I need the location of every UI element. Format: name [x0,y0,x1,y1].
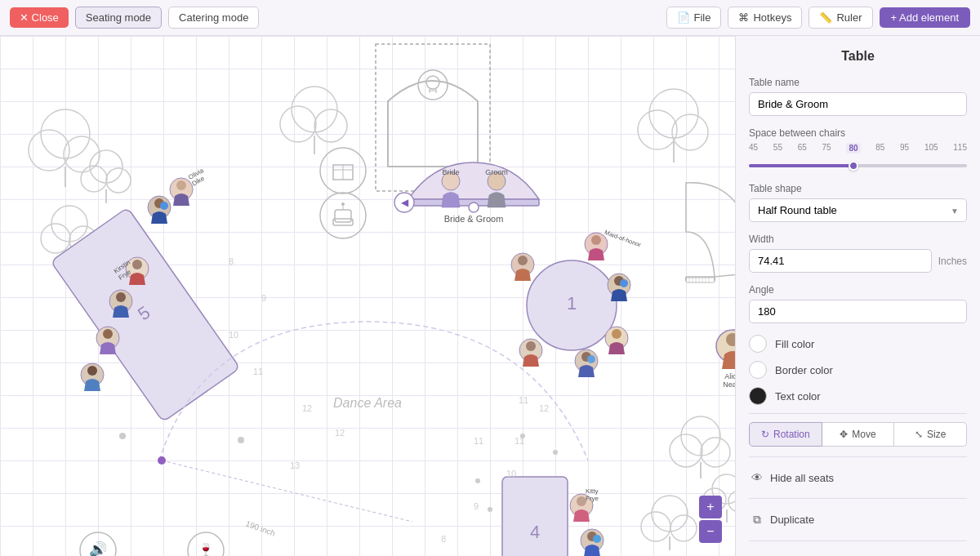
table-5[interactable]: 5 [51,207,240,422]
angle-input[interactable] [749,300,967,323]
svg-point-147 [238,437,244,443]
table-4[interactable]: 4 [502,477,568,556]
table-name-input[interactable] [749,92,967,116]
svg-point-33 [418,70,448,100]
cake [320,193,366,238]
space-label: Space between chairs [749,127,967,139]
table-name-group: Table name [749,77,967,116]
person-jonty [581,529,604,556]
add-element-button[interactable]: + Add element [880,7,970,28]
shape-select[interactable]: Half Round table Round table Rectangular… [749,198,967,222]
speaker-left: 🔊 [80,532,116,556]
table-name-label: Table name [749,77,967,88]
hide-seats-label: Hide all seats [770,472,834,484]
slider-label-55: 55 [773,143,782,153]
close-button[interactable]: ✕ Close [10,7,69,28]
svg-point-0 [41,109,90,158]
ruler-icon: 📏 [819,11,832,24]
piano [686,183,735,282]
person-kii [605,327,628,354]
svg-point-17 [638,110,677,149]
eye-icon: 👁 [749,471,765,484]
svg-text:Maid-of-honor: Maid-of-honor [604,229,642,249]
person-carr [575,349,598,377]
person-johanna [511,253,534,281]
canvas-area[interactable]: ◀ Bride Groom Bride & Groom 5 Olivia [0,36,735,556]
svg-rect-95 [686,278,715,282]
svg-point-144 [553,450,558,455]
svg-text:Kitty: Kitty [586,487,599,495]
zoom-out-button[interactable]: − [699,520,722,543]
svg-text:🍷: 🍷 [198,542,214,556]
catering-mode-button[interactable]: Catering mode [168,7,259,29]
toolbar-right: 📄 File ⌘ Hotkeys 📏 Ruler + Add element [666,7,970,29]
border-color-swatch[interactable] [749,361,767,379]
svg-text:11: 11 [474,436,483,446]
svg-point-148 [119,433,126,439]
tree-right-2 [670,416,730,478]
slider-label-105: 105 [924,143,938,153]
toolbar: ✕ Close Seating mode Catering mode 📄 Fil… [0,0,980,36]
shape-label: Table shape [749,183,967,194]
svg-point-16 [649,89,698,138]
tree-top-1 [280,87,347,154]
tree-3 [81,150,131,203]
svg-point-21 [670,434,702,467]
person-olivia: Olivia Dike [170,167,206,206]
svg-point-84 [620,279,628,287]
svg-text:10: 10 [229,330,238,340]
svg-point-70 [116,292,126,302]
svg-point-29 [641,512,670,541]
svg-point-66 [132,260,142,269]
svg-text:1: 1 [567,293,577,314]
zoom-controls: + − [699,496,722,543]
hide-seats-row[interactable]: 👁 Hide all seats [749,465,967,490]
angle-label: Angle [749,284,967,296]
rotation-tool-button[interactable]: ↻ Rotation [749,422,822,447]
svg-text:190 inch: 190 inch [244,519,276,538]
svg-text:◀: ◀ [401,197,409,208]
divider-3 [749,498,967,499]
delete-row[interactable]: 🗑 Delete [749,549,967,556]
bride-groom-table[interactable]: ◀ Bride Groom Bride & Groom [394,162,539,224]
panel-title: Table [749,49,967,64]
svg-point-120 [593,535,601,543]
width-input[interactable] [749,249,932,273]
text-color-row: Text color [749,387,967,405]
svg-point-143 [520,434,525,438]
ruler-button[interactable]: 📏 Ruler [808,7,872,29]
slider-label-115: 115 [953,143,967,153]
svg-point-50 [469,202,479,212]
divider-4 [749,540,967,541]
duplicate-row[interactable]: ⧉ Duplicate [749,507,967,532]
tool-row: ↻ Rotation ✥ Move ⤡ Size [749,422,967,447]
slider-labels: 45 55 65 75 80 85 95 105 115 [749,143,967,153]
text-color-swatch[interactable] [749,387,767,405]
duplicate-label: Duplicate [770,514,814,526]
svg-text:12: 12 [302,403,312,413]
fill-color-swatch[interactable] [749,335,767,353]
person-kitty: Kitty Frye [570,487,599,522]
svg-point-46 [341,202,345,206]
svg-point-30 [670,515,697,541]
border-color-row: Border color [749,361,967,379]
hotkeys-button[interactable]: ⌘ Hotkeys [728,7,802,29]
file-button[interactable]: 📄 File [666,7,722,29]
svg-rect-112 [502,477,568,556]
svg-point-9 [81,166,107,192]
svg-rect-43 [335,210,351,222]
svg-point-145 [475,478,480,483]
person-ronan [81,363,104,391]
svg-text:Groom: Groom [485,168,508,176]
space-group: Space between chairs 45 55 65 75 80 85 9… [749,127,967,171]
seating-mode-button[interactable]: Seating mode [75,7,162,29]
slider-label-80: 80 [846,143,860,153]
zoom-in-button[interactable]: + [699,496,722,518]
svg-point-34 [426,76,439,89]
table-1[interactable]: 1 [527,260,617,350]
move-tool-button[interactable]: ✥ Move [822,422,895,447]
size-tool-button[interactable]: ⤡ Size [894,422,967,447]
svg-point-74 [87,366,97,376]
svg-point-146 [488,507,492,512]
tree-right-4 [641,496,697,550]
